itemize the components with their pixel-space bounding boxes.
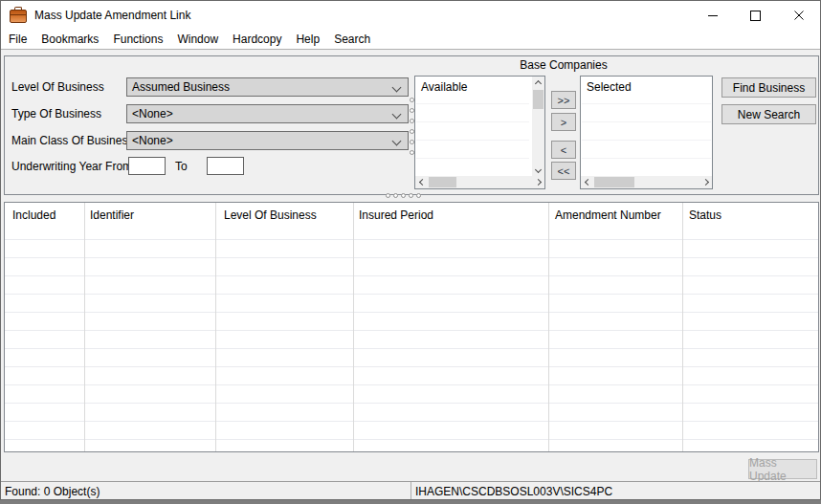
scroll-right-icon[interactable] [531, 176, 544, 188]
scroll-left-icon[interactable] [581, 176, 594, 188]
close-icon [794, 11, 804, 20]
close-button[interactable] [777, 1, 820, 30]
level-of-business-label: Level Of Business [11, 80, 104, 94]
grip-dot [410, 98, 414, 102]
horizontal-splitter-grip[interactable] [386, 193, 421, 198]
selected-list-rows [582, 103, 711, 174]
type-of-business-label: Type Of Business [11, 107, 101, 121]
grip-dot [410, 150, 414, 155]
column-header-included[interactable]: Included [12, 208, 55, 222]
column-divider[interactable] [682, 203, 683, 451]
minimize-button[interactable] [691, 1, 734, 30]
mass-update-button[interactable]: Mass Update [748, 459, 817, 479]
vertical-splitter-grip[interactable] [410, 98, 414, 155]
horizontal-scroll-thumb[interactable] [594, 177, 634, 187]
available-list-rows [416, 103, 529, 174]
briefcase-icon [10, 10, 27, 23]
level-of-business-value: Assumed Business [132, 80, 230, 94]
column-header-amendment-number[interactable]: Amendment Number [555, 208, 661, 222]
title-bar[interactable]: Mass Update Amendment Link [1, 1, 820, 30]
main-class-of-business-value: <None> [132, 134, 173, 147]
status-bar-divider [410, 482, 411, 500]
type-of-business-combobox[interactable]: <None> [126, 104, 409, 123]
grip-dot [410, 140, 414, 144]
chevron-down-icon [392, 137, 402, 146]
results-table: Included Identifier Level Of Business In… [4, 202, 819, 452]
window-title: Mass Update Amendment Link [34, 9, 190, 22]
grip-dot [409, 193, 413, 198]
selected-horizontal-scrollbar[interactable] [581, 176, 712, 188]
selected-list-label: Selected [587, 80, 632, 94]
menu-bar: File Bookmarks Functions Window Hardcopy… [1, 30, 820, 50]
column-header-identifier[interactable]: Identifier [90, 208, 134, 222]
horizontal-scroll-thumb[interactable] [429, 177, 456, 187]
menu-item-search[interactable]: Search [334, 33, 370, 46]
column-header-insured-period[interactable]: Insured Period [359, 208, 433, 222]
selected-companies-list[interactable]: Selected [580, 76, 713, 189]
main-class-of-business-combobox[interactable]: <None> [126, 131, 409, 150]
menu-item-hardcopy[interactable]: Hardcopy [233, 33, 281, 46]
column-divider[interactable] [548, 203, 549, 451]
column-header-level-of-business[interactable]: Level Of Business [224, 208, 317, 222]
type-of-business-value: <None> [132, 107, 173, 121]
available-vertical-scrollbar[interactable] [532, 77, 544, 176]
column-divider[interactable] [353, 203, 354, 451]
underwriting-year-from-label: Underwriting Year From [11, 160, 132, 173]
column-divider[interactable] [84, 203, 85, 451]
chevron-down-icon [392, 83, 402, 93]
scroll-right-icon[interactable] [699, 176, 712, 188]
status-found-count: Found: 0 Object(s) [5, 485, 100, 498]
menu-item-file[interactable]: File [9, 33, 27, 46]
menu-item-help[interactable]: Help [296, 33, 320, 46]
scroll-left-icon[interactable] [415, 176, 429, 188]
status-bar: Found: 0 Object(s) IHAGEN\CSCDBSOSL003V\… [1, 481, 820, 500]
table-empty-rows [5, 239, 818, 451]
grip-dot [410, 108, 414, 113]
vertical-scroll-thumb[interactable] [533, 90, 544, 109]
grip-dot [416, 193, 421, 198]
maximize-icon [750, 11, 761, 21]
column-header-status[interactable]: Status [689, 208, 721, 222]
move-all-right-button[interactable]: >> [551, 91, 576, 109]
grip-dot [410, 129, 414, 134]
menu-item-bookmarks[interactable]: Bookmarks [41, 33, 99, 46]
chevron-down-icon [392, 110, 402, 120]
app-window: Mass Update Amendment Link File Bookmark… [0, 0, 821, 500]
base-companies-label: Base Companies [414, 58, 713, 72]
window-controls [691, 1, 820, 30]
scroll-down-icon[interactable] [532, 163, 544, 176]
move-right-button[interactable]: > [551, 113, 576, 131]
status-server-path: IHAGEN\CSCDBSOSL003V\SICS4PC [415, 485, 612, 498]
column-divider[interactable] [215, 203, 216, 451]
find-business-button[interactable]: Find Business [721, 77, 816, 98]
new-search-button[interactable]: New Search [721, 104, 816, 124]
minimize-icon [708, 15, 718, 16]
underwriting-year-to-label: To [175, 160, 188, 173]
available-horizontal-scrollbar[interactable] [415, 176, 544, 188]
move-left-button[interactable]: < [551, 141, 576, 159]
menu-item-functions[interactable]: Functions [113, 33, 163, 46]
grip-dot [410, 119, 414, 123]
underwriting-year-from-input[interactable] [128, 157, 166, 175]
available-list-label: Available [421, 80, 467, 94]
grip-dot [393, 193, 398, 198]
main-class-of-business-label: Main Class Of Business [11, 134, 133, 147]
level-of-business-combobox[interactable]: Assumed Business [126, 77, 409, 97]
maximize-button[interactable] [734, 1, 777, 30]
move-all-left-button[interactable]: << [551, 162, 576, 180]
underwriting-year-to-input[interactable] [207, 157, 244, 175]
available-companies-list[interactable]: Available [414, 76, 545, 189]
grip-dot [401, 193, 406, 198]
screen: Mass Update Amendment Link File Bookmark… [0, 0, 821, 504]
menu-item-window[interactable]: Window [177, 33, 218, 46]
grip-dot [386, 193, 390, 198]
scroll-up-icon[interactable] [532, 77, 544, 90]
